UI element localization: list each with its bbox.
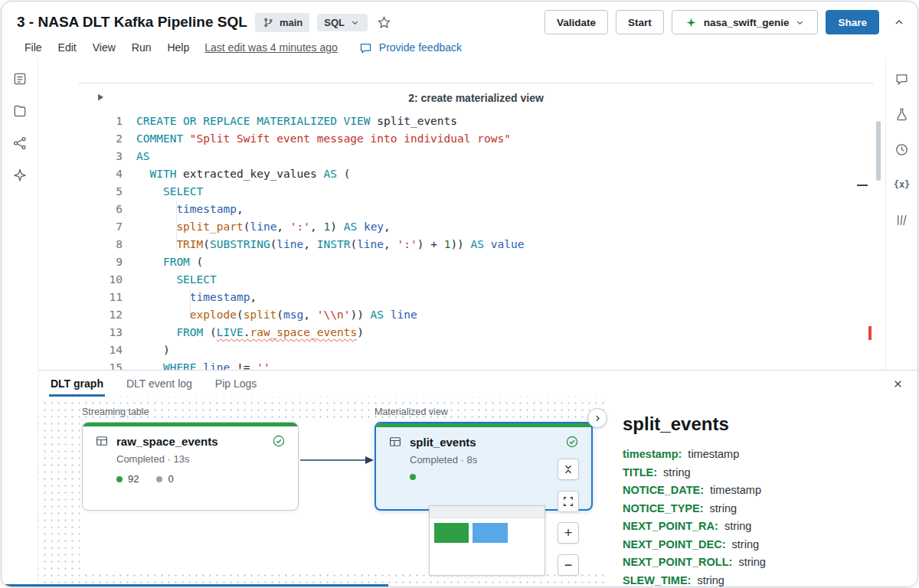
field-list: timestamp:timestampTITLE:stringNOTICE_DA… (623, 446, 910, 587)
gray-metric-dot (156, 476, 162, 482)
notebook-panel-icon[interactable] (11, 70, 28, 87)
compute-selector[interactable]: nasa_swift_genie (672, 10, 819, 34)
zoom-in-button[interactable]: + (558, 522, 579, 544)
compress-view-button[interactable] (558, 459, 579, 480)
feedback-link[interactable]: Provide feedback (358, 40, 462, 56)
feedback-label: Provide feedback (379, 41, 462, 54)
pipeline-graph-icon[interactable] (11, 135, 28, 152)
last-edit-link[interactable]: Last edit was 4 minutes ago (204, 41, 338, 54)
minimap-header (430, 506, 545, 518)
node-name: split_events (410, 436, 558, 449)
start-button[interactable]: Start (616, 10, 664, 34)
green-metric-value: 92 (128, 473, 139, 485)
schema-field-next_point_dec: NEXT_POINT_DEC:string (623, 536, 910, 554)
chevron-down-icon (349, 17, 361, 28)
menu-item-help[interactable]: Help (167, 41, 189, 54)
workspace-folder-icon[interactable] (11, 103, 28, 119)
schema-field-slew_time: SLEW_TIME:string (623, 572, 910, 588)
minimap-node-green (434, 523, 469, 543)
assistant-sparkle-icon[interactable] (11, 167, 28, 184)
collapse-header-icon[interactable] (891, 15, 907, 30)
graph-minimap[interactable] (429, 505, 545, 576)
tab-dlt-graph[interactable]: DLT graph (49, 371, 105, 397)
node-metrics (410, 474, 579, 480)
code-line-14[interactable]: 14 ) (78, 341, 874, 359)
code-line-10[interactable]: 10 SELECT (78, 271, 874, 289)
fullscreen-button[interactable] (558, 491, 579, 512)
favorite-star-icon[interactable] (375, 14, 393, 31)
node-kind-label: Streaming table (82, 407, 149, 417)
graph-edge-arrow (299, 454, 375, 466)
graph-node-raw-space-events[interactable]: raw_space_events Completed · 13s 92 (82, 422, 299, 511)
node-name: raw_space_events (116, 435, 264, 448)
genie-icon (684, 15, 698, 30)
code-line-7[interactable]: 7 split_part(line, ':', 1) AS key, (78, 218, 874, 236)
share-button[interactable]: Share (826, 10, 879, 34)
code-line-5[interactable]: 5 SELECT (78, 183, 874, 201)
language-selector[interactable]: SQL (317, 14, 368, 31)
bottom-tabs: DLT graphDLT event logPip Logs (49, 371, 258, 397)
code-line-13[interactable]: 13 FROM (LIVE.raw_space_events) (78, 324, 874, 341)
code-line-1[interactable]: 1CREATE OR REPLACE MATERIALIZED VIEW spl… (78, 113, 874, 130)
cell-header: 2: create materialized view (78, 83, 874, 113)
code-line-8[interactable]: 8 TRIM(SUBSTRING(line, INSTR(line, ':') … (78, 236, 874, 253)
validate-button[interactable]: Validate (545, 10, 608, 34)
right-sidebar: {x} (885, 58, 917, 370)
page-title: 3 - NASA DLT Kafka Pipeline SQL (17, 14, 247, 31)
node-kind-label: Materialized view (374, 407, 448, 417)
left-sidebar (2, 58, 38, 586)
minimap-node-blue (473, 523, 508, 543)
variables-icon[interactable]: {x} (894, 176, 911, 193)
code-line-6[interactable]: 6 timestamp, (78, 201, 874, 218)
cell-title: 2: create materialized view (408, 92, 544, 104)
code-line-4[interactable]: 4 WITH extracted_key_values AS ( (78, 165, 874, 183)
indent-guide (176, 201, 177, 250)
experiments-flask-icon[interactable] (894, 106, 911, 122)
branch-selector[interactable]: main (255, 13, 309, 32)
table-icon (95, 434, 109, 448)
comments-icon[interactable] (894, 70, 911, 87)
tab-pip-logs[interactable]: Pip Logs (214, 371, 258, 397)
collapse-details-button[interactable] (587, 408, 607, 428)
indent-guide (190, 289, 191, 322)
chevron-down-icon (794, 17, 806, 28)
dlt-graph-canvas[interactable]: Streaming table raw_space_events (38, 397, 609, 586)
zoom-out-button[interactable]: − (558, 554, 579, 576)
code-area[interactable]: 1CREATE OR REPLACE MATERIALIZED VIEW spl… (78, 113, 874, 370)
code-line-11[interactable]: 11 timestamp, (78, 289, 874, 306)
schema-field-notice_date: NOTICE_DATE:timestamp (623, 482, 910, 500)
menu-bar: FileEditViewRunHelp (25, 41, 189, 54)
code-line-2[interactable]: 2COMMENT "Split Swift event message into… (78, 130, 874, 148)
editor-scrollbar[interactable] (876, 121, 881, 181)
node-status: Completed · 8s (410, 454, 579, 466)
bottom-tabs-row: DLT graphDLT event logPip Logs (38, 371, 917, 397)
sql-editor[interactable]: 2: create materialized view 1CREATE OR R… (38, 58, 885, 370)
menu-item-edit[interactable]: Edit (58, 41, 77, 54)
bottom-accent-bar (2, 584, 388, 586)
code-line-12[interactable]: 12 explode(split(msg, '\\n')) AS line (78, 306, 874, 324)
overview-error-mark (868, 326, 872, 340)
details-title: split_events (623, 413, 910, 435)
editor-region: 2: create materialized view 1CREATE OR R… (38, 58, 917, 371)
menu-item-view[interactable]: View (93, 41, 116, 54)
tab-dlt-event-log[interactable]: DLT event log (125, 371, 194, 397)
menu-item-file[interactable]: File (25, 41, 42, 54)
code-line-15[interactable]: 15 WHERE line != '' (78, 359, 874, 370)
environment-panel-icon[interactable] (894, 211, 911, 228)
bottom-panel: DLT graphDLT event logPip Logs Streaming… (38, 371, 917, 586)
green-metric-dot (410, 474, 416, 480)
menu-item-run[interactable]: Run (132, 41, 152, 54)
run-cell-button[interactable] (95, 92, 106, 103)
check-circle-icon (272, 434, 286, 448)
schema-field-title: TITLE:string (623, 464, 910, 482)
code-line-9[interactable]: 9 FROM ( (78, 253, 874, 271)
close-panel-icon[interactable] (892, 378, 904, 390)
schema-field-next_point_ra: NEXT_POINT_RA:string (623, 518, 910, 536)
check-circle-icon (565, 435, 579, 449)
header: 3 - NASA DLT Kafka Pipeline SQL main SQL… (2, 2, 917, 58)
branch-name: main (280, 17, 303, 28)
code-line-3[interactable]: 3AS (78, 148, 874, 165)
schema-field-next_point_roll: NEXT_POINT_ROLL:string (623, 554, 910, 572)
compute-name: nasa_swift_genie (704, 17, 790, 28)
version-history-icon[interactable] (894, 141, 911, 158)
